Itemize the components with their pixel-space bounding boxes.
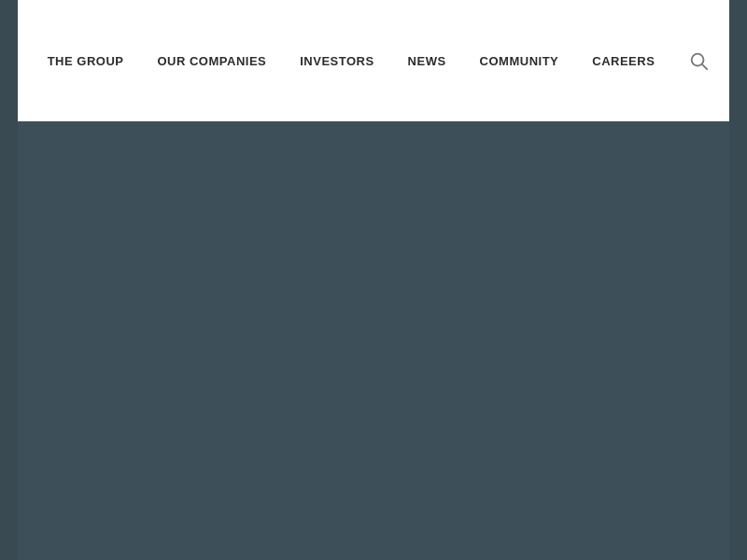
nav-items-container: THE GROUP OUR COMPANIES INVESTORS NEWS C…: [31, 45, 672, 77]
search-icon: [688, 50, 709, 71]
nav-item-careers[interactable]: CAREERS: [575, 45, 671, 77]
nav-item-the-group[interactable]: THE GROUP: [31, 45, 141, 77]
navigation-bar: THE GROUP OUR COMPANIES INVESTORS NEWS C…: [18, 0, 729, 121]
nav-item-news[interactable]: NEWS: [391, 45, 463, 77]
nav-item-investors[interactable]: INVESTORS: [283, 45, 390, 77]
main-container: THE GROUP OUR COMPANIES INVESTORS NEWS C…: [18, 0, 729, 560]
svg-line-1: [702, 64, 707, 69]
nav-item-our-companies[interactable]: OUR COMPANIES: [140, 45, 283, 77]
nav-item-community[interactable]: COMMUNITY: [463, 45, 576, 77]
content-area: [18, 121, 729, 560]
outer-background: THE GROUP OUR COMPANIES INVESTORS NEWS C…: [0, 0, 747, 560]
search-button[interactable]: [681, 43, 716, 78]
